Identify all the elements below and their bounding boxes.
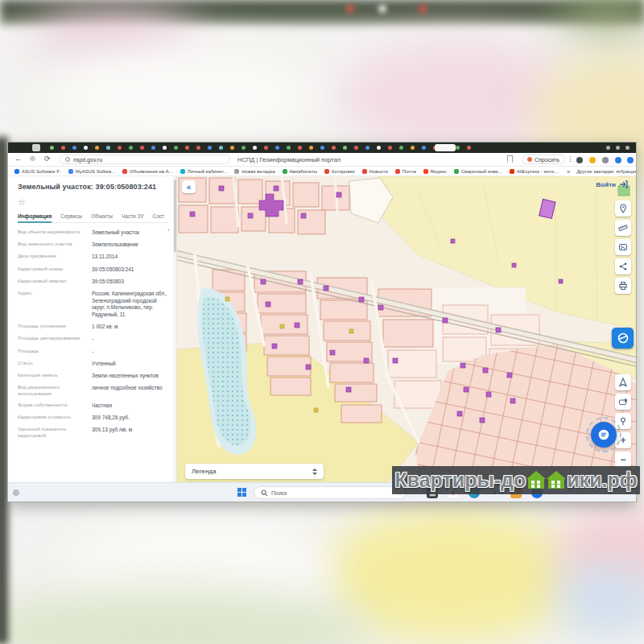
tab-favicon[interactable] [264, 146, 268, 150]
bookmark-item[interactable]: Почта [395, 169, 416, 174]
tray-corner-icon[interactable] [13, 489, 19, 496]
panel-scrollbar[interactable] [173, 176, 176, 482]
panel-tab[interactable]: Сост [153, 213, 165, 220]
address-bar[interactable]: nspd.gov.ru [60, 155, 230, 164]
tab-favicon[interactable] [411, 146, 415, 150]
tab-list-icon[interactable] [32, 144, 40, 151]
bookmark-item[interactable]: ASUS Software F: [14, 169, 61, 174]
screenshot-button[interactable] [615, 239, 631, 255]
bookmark-item[interactable]: Новая вкладка [234, 169, 275, 174]
bookmark-item[interactable]: Котировки [324, 169, 355, 174]
cadastral-map[interactable]: « Войти [177, 176, 636, 482]
site-info-icon[interactable] [65, 157, 70, 162]
bookmarks-overflow-icon[interactable]: » [567, 168, 570, 175]
bookmark-item[interactable]: Авиабилеты [283, 169, 317, 174]
tab-favicon[interactable] [72, 146, 76, 150]
tab-favicon[interactable] [298, 146, 302, 150]
tab-favicon[interactable] [332, 146, 336, 150]
tab-favicon[interactable] [422, 146, 426, 150]
my-location-button[interactable] [615, 374, 631, 390]
login-button[interactable]: Войти [597, 180, 628, 188]
legend-button[interactable]: Легенда [185, 464, 324, 479]
tab-favicon[interactable] [242, 146, 246, 150]
panel-tab[interactable]: Объекты [91, 213, 113, 220]
tab-favicon[interactable] [118, 146, 122, 150]
tab-favicon[interactable] [61, 146, 65, 150]
more-menu-icon[interactable]: ⋮ [567, 155, 574, 163]
other-bookmarks-button[interactable]: Другие закладки ▾ [576, 169, 618, 174]
tab-favicon[interactable] [84, 146, 88, 150]
tab-favicon[interactable] [196, 146, 200, 150]
extension-icon[interactable] [589, 157, 596, 163]
bookmark-item[interactable]: Личный кабинет... [180, 169, 227, 174]
ruler-button[interactable] [615, 220, 631, 236]
tab-favicon[interactable] [275, 146, 279, 150]
tab-favicon[interactable] [95, 146, 99, 150]
browser-tab-strip[interactable] [8, 142, 636, 153]
panel-tab[interactable]: Информация [18, 213, 52, 223]
back-icon[interactable]: ← [14, 155, 22, 163]
bookmark-item[interactable]: Яндекс [423, 169, 447, 174]
tab-favicon[interactable] [174, 146, 178, 150]
field-value: - [92, 336, 168, 343]
favorite-star-icon[interactable]: ☆ [18, 197, 168, 208]
tab-favicon[interactable] [151, 146, 155, 150]
bookmark-item[interactable]: AliExpress - инте... [510, 169, 558, 174]
chat-button[interactable] [591, 422, 617, 448]
cadastral-map-canvas[interactable] [177, 176, 636, 482]
extension-icon[interactable] [576, 157, 583, 163]
background-blob [32, 11, 193, 53]
tab-favicon[interactable] [309, 146, 313, 150]
tab-favicon[interactable] [467, 146, 471, 150]
tab-favicon[interactable] [219, 146, 223, 150]
profile-icon[interactable] [627, 157, 634, 163]
download-icon[interactable] [615, 157, 621, 163]
ask-button[interactable]: Спросить [522, 155, 565, 164]
share-button[interactable] [615, 258, 631, 275]
tab-favicon[interactable] [129, 146, 133, 150]
field-row: Вид объекта недвижимости Земельный участ… [18, 227, 168, 239]
tab-favicon[interactable] [320, 146, 324, 150]
tab-favicon[interactable] [230, 146, 234, 150]
extension-icon[interactable] [602, 157, 609, 163]
export-view-button[interactable] [615, 394, 631, 410]
start-button[interactable] [237, 488, 247, 497]
reload-icon[interactable]: ⟳ [44, 155, 51, 163]
browser-tabs[interactable] [50, 146, 533, 150]
bookmark-item[interactable]: MyASUS Softwa... [68, 169, 115, 174]
tab-favicon[interactable] [365, 146, 369, 150]
tab-favicon[interactable] [208, 146, 212, 150]
collapse-panel-button[interactable]: « [182, 180, 196, 193]
bookmark-item[interactable]: Объявления на А... [122, 169, 173, 174]
url-text[interactable]: nspd.gov.ru [73, 157, 102, 163]
tab-favicon[interactable] [163, 146, 167, 150]
tab-favicon[interactable] [185, 146, 189, 150]
tab-favicon[interactable] [106, 146, 110, 150]
tab-favicon[interactable] [253, 146, 257, 150]
tab-favicon[interactable] [399, 146, 403, 150]
tab-favicon[interactable] [140, 146, 144, 150]
panel-tab[interactable]: Сервисы [60, 213, 82, 220]
panel-tab[interactable]: Части ЗУ [122, 213, 144, 220]
tab-favicon[interactable] [50, 146, 54, 150]
bookmark-flag-icon[interactable] [507, 155, 513, 163]
field-value: Частная [92, 402, 168, 410]
tab-favicon[interactable] [456, 146, 460, 150]
tab-favicon[interactable] [287, 146, 291, 150]
zoom-out-button[interactable]: − [615, 452, 631, 468]
taskbar-search[interactable]: Поиск [254, 486, 407, 499]
window-controls[interactable] [606, 146, 630, 150]
active-tab[interactable] [435, 144, 456, 151]
bookmark-item[interactable]: Сварочный инве... [454, 169, 502, 174]
shield-icon[interactable]: ◎ [30, 155, 35, 162]
bookmark-item[interactable]: Новости [362, 169, 388, 174]
parcel-fields: Вид объекта недвижимости Земельный участ… [18, 227, 168, 442]
placemark-button[interactable] [615, 200, 631, 217]
tab-favicon[interactable] [354, 146, 358, 150]
tab-favicon[interactable] [343, 146, 347, 150]
print-button[interactable] [615, 278, 631, 294]
basemap-switcher-button[interactable] [612, 328, 634, 349]
tab-favicon[interactable] [388, 146, 392, 150]
tab-favicon[interactable] [377, 146, 381, 150]
tabs-scroll-icon[interactable]: › [167, 226, 170, 233]
